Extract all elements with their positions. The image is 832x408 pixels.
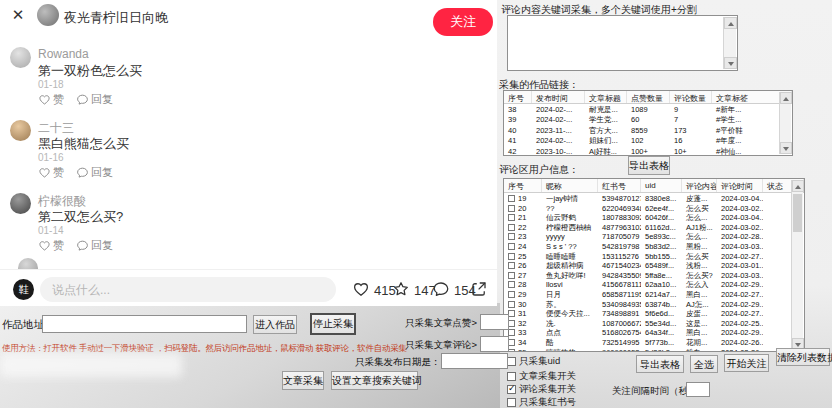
comment-like-button[interactable]: 赞 <box>38 92 64 107</box>
table-row[interactable]: 32冼.108700667255e34d...这是...2024-02-25..… <box>504 318 804 328</box>
setting-checkbox-2[interactable]: 评论采集开关 <box>507 383 576 396</box>
set-search-keyword-button[interactable]: 设置文章搜索关键词 <box>331 371 418 390</box>
table-row[interactable]: 25瞌睡瞌睡1531152765bb155...怎么买2024-02-27... <box>504 251 804 261</box>
row-checkbox[interactable] <box>508 349 515 353</box>
column-header[interactable]: 序号 <box>504 91 532 103</box>
author-avatar[interactable] <box>37 4 59 26</box>
row-checkbox[interactable] <box>508 320 515 327</box>
users-table-scrollbar[interactable] <box>791 180 803 350</box>
table-row[interactable]: 24S s s ' ??5428197985b83d2...黑粉...2024-… <box>504 241 804 251</box>
row-checkbox[interactable] <box>508 310 515 317</box>
export-links-button[interactable]: 导出表格 <box>628 156 670 175</box>
table-row[interactable]: 402023-11-...官方大...8559173#平价鞋 <box>504 125 792 135</box>
column-header[interactable]: 红书号 <box>598 179 641 192</box>
scroll-up-icon[interactable] <box>724 17 737 29</box>
article-collect-button[interactable]: 文章采集 <box>282 371 324 390</box>
row-checkbox[interactable] <box>508 243 515 250</box>
comment-reply-button[interactable]: 回复 <box>76 92 113 107</box>
column-header[interactable]: uid <box>641 179 682 192</box>
table-row[interactable]: 382024-02-...耐克是...10899#新年... <box>504 104 792 114</box>
table-row[interactable]: 35嘻嘻格格9609000535d38b2...粉白...2024-02-26.… <box>504 347 804 353</box>
like-stat[interactable]: 415 <box>352 280 396 301</box>
table-row[interactable]: 22柠檬橙西柚柚487796310261162d...AJ1粉...2024-0… <box>504 222 804 232</box>
checkbox-icon[interactable] <box>507 372 516 381</box>
column-header[interactable]: 评论时间 <box>717 179 763 192</box>
comment-like-button[interactable]: 赞 <box>38 238 64 253</box>
follow-button[interactable]: 关注 <box>433 8 493 36</box>
comment-reply-button[interactable]: 回复 <box>76 165 113 180</box>
enter-post-button[interactable]: 进入作品 <box>253 315 297 334</box>
row-checkbox[interactable] <box>508 301 515 308</box>
keyword-textarea[interactable] <box>507 15 738 71</box>
select-all-button[interactable]: 全选 <box>690 355 718 373</box>
setting-checkbox-1[interactable]: 文章采集开关 <box>507 370 576 383</box>
row-checkbox[interactable] <box>508 291 515 298</box>
scroll-down-icon[interactable] <box>780 142 792 154</box>
row-checkbox[interactable] <box>508 339 515 346</box>
post-url-input[interactable] <box>42 315 247 333</box>
table-row[interactable]: 422023-10-...Aj好鞋...100+10+#神仙... <box>504 146 792 156</box>
start-follow-button[interactable]: 开始关注 <box>724 354 769 372</box>
table-row[interactable]: 27鱼丸好吃咩!94284355095ffa8e...怎么买?2024-03-0… <box>504 270 804 280</box>
table-row[interactable]: 34酷7325149955f773b...花期...2024-02-26... <box>504 337 804 347</box>
links-table-scrollbar[interactable] <box>779 92 791 154</box>
column-header[interactable]: 发布时间 <box>532 91 585 103</box>
row-checkbox[interactable] <box>508 233 515 240</box>
scroll-up-icon[interactable] <box>792 180 804 192</box>
my-avatar[interactable]: 鞋 <box>13 279 34 300</box>
follow-interval-input[interactable] <box>686 382 710 397</box>
share-button[interactable] <box>470 280 488 301</box>
table-row[interactable]: 392024-02-...学生党...607#学生... <box>504 114 792 124</box>
filter-comments-input[interactable] <box>480 336 509 352</box>
table-row[interactable]: 30苏。534098493563874b...AJ怎...2024-02-29.… <box>504 299 804 309</box>
column-header[interactable]: 文章标题 <box>585 91 627 103</box>
table-row[interactable]: 31便便今天拉...7348988915f6e6d...皮蛋...2024-02… <box>504 308 804 318</box>
table-row[interactable]: 28llosvi415667811162aa10...怎么入2024-02-29… <box>504 279 804 289</box>
row-checkbox[interactable] <box>508 214 515 221</box>
row-checkbox[interactable] <box>508 253 515 260</box>
collect-stat[interactable]: 147 <box>392 280 436 301</box>
table-row[interactable]: 23yyyyy7187050795e893c...怎么...2024-02-28… <box>504 231 804 241</box>
clear-list-button[interactable]: 清除列表数据 <box>776 348 830 366</box>
column-header[interactable]: 评论内容 <box>682 179 717 192</box>
commenter-avatar[interactable] <box>10 120 31 141</box>
column-header[interactable]: 序号 <box>504 179 542 192</box>
scrollbar-thumb[interactable] <box>793 194 802 232</box>
row-checkbox[interactable] <box>508 329 515 336</box>
row-checkbox[interactable] <box>508 224 515 231</box>
row-checkbox[interactable] <box>508 262 515 269</box>
export-users-button[interactable]: 导出表格 <box>636 355 684 373</box>
table-row[interactable]: 33点点516802675464a34f...黑白...2024-02-29..… <box>504 327 804 337</box>
checkbox-icon[interactable] <box>507 385 516 394</box>
row-checkbox[interactable] <box>508 281 515 288</box>
comment-like-button[interactable]: 赞 <box>38 165 64 180</box>
close-icon[interactable]: ✕ <box>9 6 27 24</box>
row-checkbox[interactable] <box>508 195 515 202</box>
column-header[interactable]: 评论数量 <box>670 91 712 103</box>
setting-checkbox-3[interactable]: 只采集红书号 <box>507 396 576 408</box>
table-row[interactable]: 21仙云野鹤180788309260426f...怎么...2024-03-04… <box>504 212 804 222</box>
table-row[interactable]: 26超级精神病467154023465489f...浅粉...2024-03-0… <box>504 260 804 270</box>
commenter-avatar[interactable] <box>10 47 31 68</box>
row-checkbox[interactable] <box>508 272 515 279</box>
column-header[interactable]: 昵称 <box>542 179 598 192</box>
scroll-down-icon[interactable] <box>724 57 737 69</box>
scroll-up-icon[interactable] <box>780 92 792 104</box>
table-row[interactable]: 412024-02-...姐妹们...10216#年度... <box>504 135 792 145</box>
filter-likes-input[interactable] <box>480 314 509 330</box>
table-row[interactable]: 20??622046934862ee4f...怎么买2024-03-02... <box>504 203 804 213</box>
setting-checkbox-0[interactable]: 只采集uid <box>507 355 560 368</box>
table-row[interactable]: 29日月65858711956214a7...黑白...2024-02-27..… <box>504 289 804 299</box>
textarea-scrollbar[interactable] <box>723 17 736 69</box>
checkbox-icon[interactable] <box>507 357 516 366</box>
row-checkbox[interactable] <box>508 205 515 212</box>
commenter-avatar[interactable] <box>10 193 31 214</box>
commenter-name[interactable]: Rowanda <box>38 47 89 61</box>
checkbox-icon[interactable] <box>507 398 516 407</box>
comment-input[interactable] <box>40 277 336 302</box>
filter-date-input[interactable] <box>441 353 508 369</box>
column-header[interactable]: 点赞数量 <box>627 91 670 103</box>
stop-collect-button[interactable]: 停止采集 <box>310 313 356 335</box>
table-row[interactable]: 19一jay钟情53948701278380e8...皮蓬...2024-03-… <box>504 193 804 203</box>
comment-reply-button[interactable]: 回复 <box>76 238 113 253</box>
